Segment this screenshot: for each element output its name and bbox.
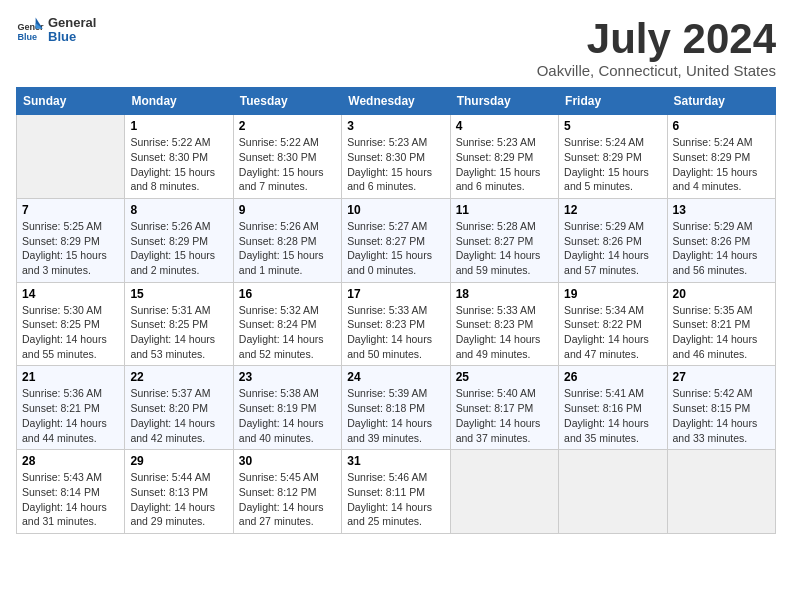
weekday-header-tuesday: Tuesday <box>233 88 341 115</box>
day-number: 27 <box>673 370 770 384</box>
calendar-cell <box>667 450 775 534</box>
day-number: 23 <box>239 370 336 384</box>
calendar-header-row: SundayMondayTuesdayWednesdayThursdayFrid… <box>17 88 776 115</box>
day-info: Sunrise: 5:23 AM Sunset: 8:29 PM Dayligh… <box>456 135 553 194</box>
day-number: 3 <box>347 119 444 133</box>
day-info: Sunrise: 5:46 AM Sunset: 8:11 PM Dayligh… <box>347 470 444 529</box>
day-info: Sunrise: 5:26 AM Sunset: 8:28 PM Dayligh… <box>239 219 336 278</box>
weekday-header-friday: Friday <box>559 88 667 115</box>
month-title: July 2024 <box>537 16 776 62</box>
calendar-cell: 8Sunrise: 5:26 AM Sunset: 8:29 PM Daylig… <box>125 198 233 282</box>
day-info: Sunrise: 5:29 AM Sunset: 8:26 PM Dayligh… <box>673 219 770 278</box>
calendar-cell: 14Sunrise: 5:30 AM Sunset: 8:25 PM Dayli… <box>17 282 125 366</box>
calendar-cell: 11Sunrise: 5:28 AM Sunset: 8:27 PM Dayli… <box>450 198 558 282</box>
day-number: 31 <box>347 454 444 468</box>
calendar-cell: 17Sunrise: 5:33 AM Sunset: 8:23 PM Dayli… <box>342 282 450 366</box>
day-info: Sunrise: 5:29 AM Sunset: 8:26 PM Dayligh… <box>564 219 661 278</box>
calendar-cell: 10Sunrise: 5:27 AM Sunset: 8:27 PM Dayli… <box>342 198 450 282</box>
page-header: General Blue General Blue July 2024 Oakv… <box>16 16 776 79</box>
calendar-cell: 15Sunrise: 5:31 AM Sunset: 8:25 PM Dayli… <box>125 282 233 366</box>
day-info: Sunrise: 5:34 AM Sunset: 8:22 PM Dayligh… <box>564 303 661 362</box>
day-number: 30 <box>239 454 336 468</box>
day-number: 9 <box>239 203 336 217</box>
calendar-cell: 19Sunrise: 5:34 AM Sunset: 8:22 PM Dayli… <box>559 282 667 366</box>
day-number: 5 <box>564 119 661 133</box>
day-number: 7 <box>22 203 119 217</box>
day-info: Sunrise: 5:42 AM Sunset: 8:15 PM Dayligh… <box>673 386 770 445</box>
calendar-cell: 3Sunrise: 5:23 AM Sunset: 8:30 PM Daylig… <box>342 115 450 199</box>
day-number: 12 <box>564 203 661 217</box>
weekday-header-saturday: Saturday <box>667 88 775 115</box>
day-info: Sunrise: 5:32 AM Sunset: 8:24 PM Dayligh… <box>239 303 336 362</box>
day-info: Sunrise: 5:37 AM Sunset: 8:20 PM Dayligh… <box>130 386 227 445</box>
day-number: 8 <box>130 203 227 217</box>
calendar-week-5: 28Sunrise: 5:43 AM Sunset: 8:14 PM Dayli… <box>17 450 776 534</box>
weekday-header-monday: Monday <box>125 88 233 115</box>
logo-blue-text: Blue <box>48 30 96 44</box>
day-number: 28 <box>22 454 119 468</box>
calendar-cell: 31Sunrise: 5:46 AM Sunset: 8:11 PM Dayli… <box>342 450 450 534</box>
calendar-cell: 24Sunrise: 5:39 AM Sunset: 8:18 PM Dayli… <box>342 366 450 450</box>
calendar-cell: 1Sunrise: 5:22 AM Sunset: 8:30 PM Daylig… <box>125 115 233 199</box>
calendar-cell: 25Sunrise: 5:40 AM Sunset: 8:17 PM Dayli… <box>450 366 558 450</box>
day-info: Sunrise: 5:22 AM Sunset: 8:30 PM Dayligh… <box>130 135 227 194</box>
day-number: 1 <box>130 119 227 133</box>
day-info: Sunrise: 5:26 AM Sunset: 8:29 PM Dayligh… <box>130 219 227 278</box>
day-info: Sunrise: 5:43 AM Sunset: 8:14 PM Dayligh… <box>22 470 119 529</box>
day-info: Sunrise: 5:33 AM Sunset: 8:23 PM Dayligh… <box>456 303 553 362</box>
day-number: 25 <box>456 370 553 384</box>
day-number: 19 <box>564 287 661 301</box>
day-number: 22 <box>130 370 227 384</box>
day-number: 21 <box>22 370 119 384</box>
day-number: 2 <box>239 119 336 133</box>
day-number: 11 <box>456 203 553 217</box>
calendar-cell: 22Sunrise: 5:37 AM Sunset: 8:20 PM Dayli… <box>125 366 233 450</box>
svg-text:Blue: Blue <box>17 32 37 42</box>
day-info: Sunrise: 5:27 AM Sunset: 8:27 PM Dayligh… <box>347 219 444 278</box>
weekday-header-thursday: Thursday <box>450 88 558 115</box>
day-info: Sunrise: 5:28 AM Sunset: 8:27 PM Dayligh… <box>456 219 553 278</box>
title-block: July 2024 Oakville, Connecticut, United … <box>537 16 776 79</box>
calendar-cell <box>450 450 558 534</box>
day-number: 14 <box>22 287 119 301</box>
day-info: Sunrise: 5:41 AM Sunset: 8:16 PM Dayligh… <box>564 386 661 445</box>
day-number: 29 <box>130 454 227 468</box>
day-number: 10 <box>347 203 444 217</box>
calendar-cell: 9Sunrise: 5:26 AM Sunset: 8:28 PM Daylig… <box>233 198 341 282</box>
calendar-cell: 27Sunrise: 5:42 AM Sunset: 8:15 PM Dayli… <box>667 366 775 450</box>
calendar-week-1: 1Sunrise: 5:22 AM Sunset: 8:30 PM Daylig… <box>17 115 776 199</box>
day-number: 20 <box>673 287 770 301</box>
day-info: Sunrise: 5:39 AM Sunset: 8:18 PM Dayligh… <box>347 386 444 445</box>
day-info: Sunrise: 5:38 AM Sunset: 8:19 PM Dayligh… <box>239 386 336 445</box>
logo-general-text: General <box>48 16 96 30</box>
calendar-cell: 4Sunrise: 5:23 AM Sunset: 8:29 PM Daylig… <box>450 115 558 199</box>
calendar-cell: 23Sunrise: 5:38 AM Sunset: 8:19 PM Dayli… <box>233 366 341 450</box>
calendar-cell: 18Sunrise: 5:33 AM Sunset: 8:23 PM Dayli… <box>450 282 558 366</box>
day-info: Sunrise: 5:33 AM Sunset: 8:23 PM Dayligh… <box>347 303 444 362</box>
day-info: Sunrise: 5:24 AM Sunset: 8:29 PM Dayligh… <box>673 135 770 194</box>
calendar-cell: 12Sunrise: 5:29 AM Sunset: 8:26 PM Dayli… <box>559 198 667 282</box>
day-info: Sunrise: 5:24 AM Sunset: 8:29 PM Dayligh… <box>564 135 661 194</box>
calendar-week-3: 14Sunrise: 5:30 AM Sunset: 8:25 PM Dayli… <box>17 282 776 366</box>
day-number: 4 <box>456 119 553 133</box>
calendar-week-2: 7Sunrise: 5:25 AM Sunset: 8:29 PM Daylig… <box>17 198 776 282</box>
calendar-cell: 30Sunrise: 5:45 AM Sunset: 8:12 PM Dayli… <box>233 450 341 534</box>
day-info: Sunrise: 5:44 AM Sunset: 8:13 PM Dayligh… <box>130 470 227 529</box>
day-number: 6 <box>673 119 770 133</box>
day-number: 26 <box>564 370 661 384</box>
calendar-week-4: 21Sunrise: 5:36 AM Sunset: 8:21 PM Dayli… <box>17 366 776 450</box>
day-number: 13 <box>673 203 770 217</box>
day-info: Sunrise: 5:23 AM Sunset: 8:30 PM Dayligh… <box>347 135 444 194</box>
calendar-cell: 7Sunrise: 5:25 AM Sunset: 8:29 PM Daylig… <box>17 198 125 282</box>
day-info: Sunrise: 5:30 AM Sunset: 8:25 PM Dayligh… <box>22 303 119 362</box>
calendar-cell: 21Sunrise: 5:36 AM Sunset: 8:21 PM Dayli… <box>17 366 125 450</box>
logo: General Blue General Blue <box>16 16 96 45</box>
calendar-cell: 29Sunrise: 5:44 AM Sunset: 8:13 PM Dayli… <box>125 450 233 534</box>
day-number: 24 <box>347 370 444 384</box>
calendar-cell: 16Sunrise: 5:32 AM Sunset: 8:24 PM Dayli… <box>233 282 341 366</box>
weekday-header-wednesday: Wednesday <box>342 88 450 115</box>
day-info: Sunrise: 5:22 AM Sunset: 8:30 PM Dayligh… <box>239 135 336 194</box>
day-info: Sunrise: 5:40 AM Sunset: 8:17 PM Dayligh… <box>456 386 553 445</box>
calendar-cell <box>559 450 667 534</box>
day-info: Sunrise: 5:31 AM Sunset: 8:25 PM Dayligh… <box>130 303 227 362</box>
